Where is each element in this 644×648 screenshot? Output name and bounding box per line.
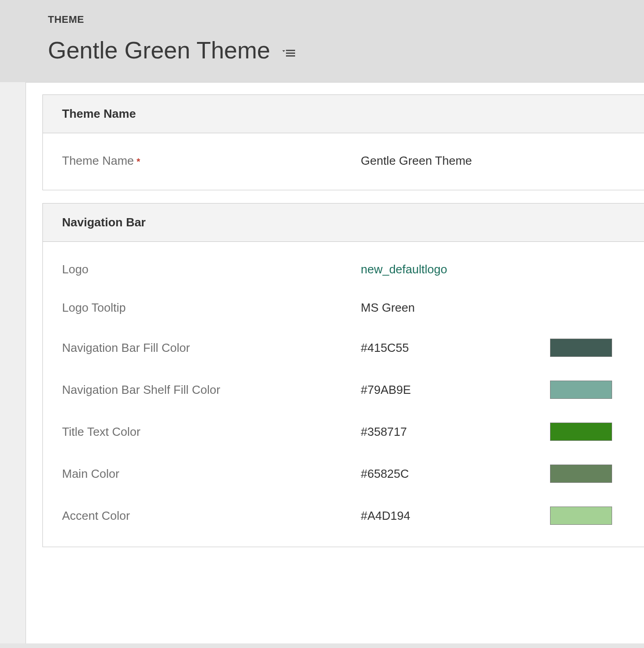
swatch-area-shelf-fill	[550, 381, 625, 399]
page-title: Gentle Green Theme	[48, 37, 270, 64]
value-logo[interactable]: new_defaultlogo	[361, 262, 625, 277]
label-theme-name: Theme Name *	[62, 154, 361, 168]
swatch-nav-fill-color[interactable]	[550, 339, 612, 357]
context-menu-icon[interactable]	[280, 45, 297, 61]
row-main-color: Main Color #65825C	[43, 453, 644, 495]
content-panel: Theme Name Theme Name * Gentle Green The…	[26, 82, 644, 643]
swatch-area-main-color	[550, 465, 625, 483]
value-nav-shelf-fill-color[interactable]: #79AB9E	[361, 383, 550, 397]
swatch-title-text-color[interactable]	[550, 423, 612, 441]
value-theme-name[interactable]: Gentle Green Theme	[361, 154, 625, 168]
section-header-theme-name: Theme Name	[43, 95, 644, 133]
content-area: Theme Name Theme Name * Gentle Green The…	[0, 82, 644, 643]
breadcrumb: THEME	[48, 14, 644, 26]
row-nav-shelf-fill-color: Navigation Bar Shelf Fill Color #79AB9E	[43, 369, 644, 411]
row-title-text-color: Title Text Color #358717	[43, 411, 644, 453]
svg-marker-0	[282, 50, 285, 52]
section-navigation-bar: Navigation Bar Logo new_defaultlogo Logo…	[42, 203, 644, 547]
row-accent-color: Accent Color #A4D194	[43, 495, 644, 537]
swatch-area-title-text	[550, 423, 625, 441]
label-main-color: Main Color	[62, 467, 361, 481]
label-nav-shelf-fill-color: Navigation Bar Shelf Fill Color	[62, 383, 361, 397]
label-nav-fill-color: Navigation Bar Fill Color	[62, 341, 361, 355]
swatch-nav-shelf-fill-color[interactable]	[550, 381, 612, 399]
swatch-accent-color[interactable]	[550, 507, 612, 525]
label-theme-name-text: Theme Name	[62, 154, 134, 168]
required-star-icon: *	[137, 157, 140, 167]
label-accent-color: Accent Color	[62, 509, 361, 523]
svg-rect-2	[286, 52, 295, 54]
value-nav-fill-color[interactable]: #415C55	[361, 341, 550, 355]
row-logo-tooltip: Logo Tooltip MS Green	[43, 288, 644, 327]
swatch-main-color[interactable]	[550, 465, 612, 483]
label-logo: Logo	[62, 262, 361, 277]
label-logo-tooltip: Logo Tooltip	[62, 301, 361, 315]
section-header-nav-bar: Navigation Bar	[43, 204, 644, 242]
value-main-color[interactable]: #65825C	[361, 467, 550, 481]
value-logo-tooltip[interactable]: MS Green	[361, 301, 625, 315]
value-title-text-color[interactable]: #358717	[361, 425, 550, 439]
svg-rect-1	[286, 50, 295, 51]
row-theme-name: Theme Name * Gentle Green Theme	[43, 141, 644, 180]
row-nav-fill-color: Navigation Bar Fill Color #415C55	[43, 327, 644, 369]
swatch-area-nav-fill	[550, 339, 625, 357]
page-wrapper: THEME Gentle Green Theme Theme Name	[0, 0, 644, 648]
section-body-nav-bar: Logo new_defaultlogo Logo Tooltip MS Gre…	[43, 242, 644, 547]
svg-rect-3	[286, 55, 295, 57]
section-body-theme-name: Theme Name * Gentle Green Theme	[43, 133, 644, 190]
section-theme-name: Theme Name Theme Name * Gentle Green The…	[42, 94, 644, 190]
row-logo: Logo new_defaultlogo	[43, 250, 644, 288]
title-row: Gentle Green Theme	[48, 37, 644, 64]
value-accent-color[interactable]: #A4D194	[361, 509, 550, 523]
label-title-text-color: Title Text Color	[62, 425, 361, 439]
page-header: THEME Gentle Green Theme	[0, 0, 644, 82]
swatch-area-accent-color	[550, 507, 625, 525]
